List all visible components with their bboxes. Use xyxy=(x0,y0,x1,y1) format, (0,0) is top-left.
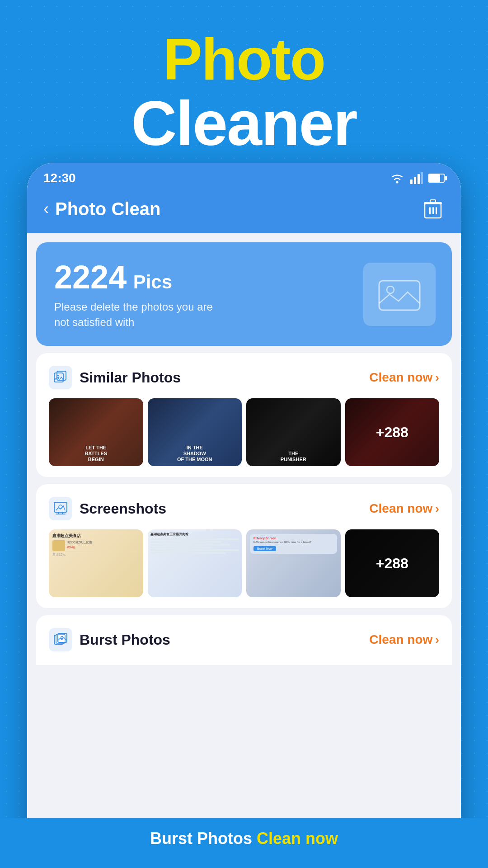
phone-screen: 12:30 xyxy=(27,163,461,868)
similar-thumb-3: THEPUNISHER xyxy=(246,398,341,466)
stats-unit: Pics xyxy=(133,271,172,292)
screenshot-extra-count: +288 xyxy=(376,555,408,572)
hero-title-line1: Photo xyxy=(0,27,488,92)
screenshots-header: Screenshots Clean now › xyxy=(49,497,439,520)
bottom-cta-text: Burst Photos Clean now xyxy=(27,827,461,850)
status-bar: 12:30 xyxy=(27,163,461,190)
screenshots-icon xyxy=(53,501,68,516)
screenshot-thumb-4: +288 xyxy=(345,529,440,597)
status-time: 12:30 xyxy=(43,171,76,185)
movie-text-3: THEPUNISHER xyxy=(246,451,341,462)
stats-text: 2224 Pics Please delete the photos you a… xyxy=(54,259,363,330)
burst-photos-icon-container xyxy=(49,628,72,651)
svg-rect-8 xyxy=(436,207,437,214)
burst-photos-clean-button[interactable]: Clean now › xyxy=(369,632,439,647)
similar-extra-count: +288 xyxy=(376,424,408,441)
hero-title-line2: Cleaner xyxy=(0,92,488,155)
similar-thumb-4: +288 xyxy=(345,398,440,466)
burst-photos-title: Burst Photos xyxy=(80,632,170,648)
similar-photos-clean-label: Clean now xyxy=(369,370,432,385)
wifi-icon xyxy=(389,172,405,184)
burst-photos-card: Burst Photos Clean now › xyxy=(36,615,452,665)
similar-thumb-2: IN THESHADOWOF THE MOON xyxy=(148,398,242,466)
svg-point-12 xyxy=(387,286,394,293)
similar-photos-icon-container xyxy=(49,366,72,389)
screenshots-clean-label: Clean now xyxy=(369,501,432,516)
photo-placeholder-icon xyxy=(377,274,422,315)
page-title: Photo Clean xyxy=(55,199,160,219)
trash-icon xyxy=(424,199,442,219)
screenshots-clean-button[interactable]: Clean now › xyxy=(369,501,439,516)
screenshots-chevron: › xyxy=(435,502,439,516)
hero-section: Photo Cleaner xyxy=(0,27,488,155)
movie-text-1: LET THEBATTLESBEGIN xyxy=(49,445,143,463)
similar-photos-header: Similar Photos Clean now › xyxy=(49,366,439,389)
screenshots-title: Screenshots xyxy=(80,500,166,517)
similar-thumb-1: LET THEBATTLESBEGIN xyxy=(49,398,143,466)
similar-photos-thumbnails: LET THEBATTLESBEGIN IN THESHADOWOF THE M… xyxy=(49,398,439,466)
screenshot-thumb-2: 嘉湖超点美食正宗嘉兴肉粽 xyxy=(148,529,242,597)
svg-point-0 xyxy=(396,181,399,184)
status-icons xyxy=(389,172,445,184)
screenshot-thumb-1: 嘉湖超点美食店 满300减50元,优惠 ¥34起 共计15元 xyxy=(49,529,143,597)
screenshot-thumb-3: Privacy Screen RAM usage has reached 96%… xyxy=(246,529,341,597)
svg-rect-4 xyxy=(421,172,423,184)
movie-text-2: IN THESHADOWOF THE MOON xyxy=(148,445,242,463)
screenshots-icon-container xyxy=(49,497,72,520)
burst-photos-title-group: Burst Photos xyxy=(49,628,170,651)
app-header: ‹ Photo Clean xyxy=(27,190,461,233)
similar-count-overlay: +288 xyxy=(345,398,440,466)
screenshots-thumbnails: 嘉湖超点美食店 满300减50元,优惠 ¥34起 共计15元 嘉湖超点美食正宗嘉… xyxy=(49,529,439,597)
bottom-cta-text-part1: Burst Photos xyxy=(150,829,257,848)
similar-photos-title: Similar Photos xyxy=(80,369,181,386)
similar-photos-chevron: › xyxy=(435,371,439,385)
stats-card: 2224 Pics Please delete the photos you a… xyxy=(36,242,452,346)
burst-photos-chevron: › xyxy=(435,633,439,647)
header-left: ‹ Photo Clean xyxy=(43,199,160,219)
stats-number: 2224 xyxy=(54,259,127,295)
stats-description: Please delete the photos you arenot sati… xyxy=(54,299,363,330)
bottom-cta-section: Burst Photos Clean now xyxy=(0,818,488,868)
similar-photos-clean-button[interactable]: Clean now › xyxy=(369,370,439,385)
similar-photos-title-group: Similar Photos xyxy=(49,366,181,389)
screenshots-card: Screenshots Clean now › 嘉湖超点美食店 满300减50元… xyxy=(36,484,452,608)
delete-button[interactable] xyxy=(421,197,445,221)
signal-icon xyxy=(410,172,423,184)
back-button[interactable]: ‹ xyxy=(43,199,49,218)
battery-icon xyxy=(428,174,445,183)
svg-rect-1 xyxy=(410,179,413,184)
bottom-cta-highlight: Clean now xyxy=(257,829,338,848)
burst-photos-clean-label: Clean now xyxy=(369,632,432,647)
svg-rect-6 xyxy=(429,207,431,214)
burst-photos-header: Burst Photos Clean now › xyxy=(49,628,439,651)
svg-rect-11 xyxy=(379,281,420,310)
similar-photos-card: Similar Photos Clean now › LET THEBATTLE… xyxy=(36,353,452,477)
phone-mockup: 12:30 xyxy=(27,163,461,868)
screenshots-title-group: Screenshots xyxy=(49,497,166,520)
similar-photos-icon xyxy=(53,370,68,385)
screenshot-count-overlay: +288 xyxy=(345,529,440,597)
svg-rect-3 xyxy=(418,174,420,184)
stats-image xyxy=(363,263,436,326)
svg-rect-2 xyxy=(414,177,416,184)
svg-rect-7 xyxy=(432,207,434,214)
burst-photos-icon xyxy=(53,632,68,647)
svg-rect-16 xyxy=(54,502,67,512)
